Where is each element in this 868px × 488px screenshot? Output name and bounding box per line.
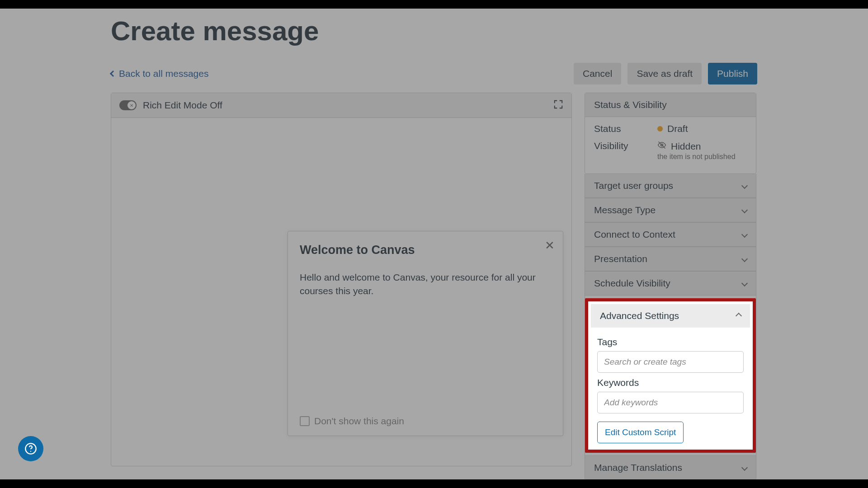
status-visibility-body: Status Draft Visibility bbox=[585, 117, 756, 174]
status-value-text: Draft bbox=[667, 123, 688, 134]
section-manage-translations[interactable]: Manage Translations bbox=[585, 455, 756, 479]
chevron-down-icon bbox=[741, 465, 748, 471]
help-fab[interactable] bbox=[18, 436, 43, 461]
message-preview-card: ✕ Welcome to Canvas Hello and welcome to… bbox=[288, 231, 563, 436]
section-label: Advanced Settings bbox=[600, 310, 679, 321]
chevron-down-icon bbox=[741, 183, 748, 189]
section-label: Presentation bbox=[594, 253, 647, 264]
section-connect-to-context[interactable]: Connect to Context bbox=[585, 222, 756, 247]
save-draft-button[interactable]: Save as draft bbox=[627, 63, 702, 84]
letterbox-top bbox=[0, 0, 868, 9]
editor-body[interactable]: ✕ Welcome to Canvas Hello and welcome to… bbox=[111, 118, 571, 466]
chevron-down-icon bbox=[741, 207, 748, 213]
section-label: Target user groups bbox=[594, 180, 673, 191]
content-wrap: Create message Back to all messages Canc… bbox=[111, 9, 757, 480]
chevron-up-icon bbox=[736, 313, 742, 319]
close-icon[interactable]: ✕ bbox=[545, 239, 555, 251]
section-target-user-groups[interactable]: Target user groups bbox=[585, 174, 756, 198]
section-message-type[interactable]: Message Type bbox=[585, 198, 756, 222]
collapsible-stack: Target user groups Message Type Connect … bbox=[585, 174, 756, 480]
action-buttons: Cancel Save as draft Publish bbox=[574, 63, 757, 84]
letterbox-bottom bbox=[0, 479, 868, 488]
dont-show-checkbox[interactable] bbox=[300, 416, 310, 426]
preview-title: Welcome to Canvas bbox=[300, 243, 551, 257]
preview-body: Hello and welcome to Canvas, your resour… bbox=[300, 271, 551, 298]
editor-mode-label: Rich Edit Mode Off bbox=[143, 100, 222, 111]
visibility-row: Visibility Hidden the item is not publis… bbox=[594, 141, 747, 161]
tags-input[interactable] bbox=[597, 351, 744, 373]
publish-button[interactable]: Publish bbox=[708, 63, 757, 84]
chevron-down-icon bbox=[741, 280, 748, 286]
sidebar: Status & Visibility Status Draft Visibil… bbox=[585, 93, 756, 480]
advanced-settings-body: Tags Keywords Edit Custom Script bbox=[591, 328, 750, 445]
back-link-label: Back to all messages bbox=[119, 68, 208, 79]
section-label: Message Type bbox=[594, 205, 656, 216]
status-value: Draft bbox=[657, 123, 688, 134]
action-row: Back to all messages Cancel Save as draf… bbox=[111, 63, 757, 84]
status-dot-icon bbox=[657, 126, 663, 131]
chevron-down-icon bbox=[741, 231, 748, 238]
preview-footer: Don't show this again bbox=[300, 416, 551, 427]
dont-show-label: Don't show this again bbox=[314, 416, 404, 427]
section-presentation[interactable]: Presentation bbox=[585, 247, 756, 271]
main-row: Rich Edit Mode Off ✕ Welcome to Canvas H… bbox=[111, 93, 757, 480]
status-visibility-header-label: Status & Visibility bbox=[594, 99, 667, 110]
keywords-input[interactable] bbox=[597, 392, 744, 413]
rich-edit-toggle[interactable] bbox=[119, 100, 137, 110]
page-title: Create message bbox=[111, 15, 757, 47]
keywords-label: Keywords bbox=[597, 377, 744, 388]
editor-panel: Rich Edit Mode Off ✕ Welcome to Canvas H… bbox=[111, 93, 572, 466]
status-visibility-section: Status & Visibility Status Draft Visibil… bbox=[585, 93, 756, 174]
editor-header-left: Rich Edit Mode Off bbox=[119, 100, 222, 111]
page-root: Create message Back to all messages Canc… bbox=[0, 9, 868, 479]
section-label: Schedule Visibility bbox=[594, 278, 670, 289]
visibility-sub: the item is not published bbox=[657, 153, 736, 161]
back-to-messages-link[interactable]: Back to all messages bbox=[111, 68, 208, 79]
chevron-down-icon bbox=[741, 256, 748, 262]
expand-icon[interactable] bbox=[553, 99, 563, 111]
section-advanced-settings[interactable]: Advanced Settings bbox=[591, 304, 750, 328]
status-row: Status Draft bbox=[594, 123, 747, 134]
edit-custom-script-button[interactable]: Edit Custom Script bbox=[597, 422, 684, 443]
tags-label: Tags bbox=[597, 337, 744, 347]
section-schedule-visibility[interactable]: Schedule Visibility bbox=[585, 271, 756, 296]
editor-header: Rich Edit Mode Off bbox=[111, 93, 571, 118]
section-label: Connect to Context bbox=[594, 229, 675, 240]
status-visibility-header[interactable]: Status & Visibility bbox=[585, 93, 756, 117]
status-label: Status bbox=[594, 123, 657, 134]
advanced-settings-highlight: Advanced Settings Tags Keywords Edit Cus… bbox=[585, 298, 756, 453]
svg-point-3 bbox=[30, 451, 31, 452]
visibility-value-text: Hidden bbox=[671, 141, 701, 152]
section-label: Manage Translations bbox=[594, 462, 682, 473]
eye-off-icon bbox=[657, 141, 666, 152]
visibility-label: Visibility bbox=[594, 141, 657, 151]
chevron-left-icon bbox=[110, 70, 116, 77]
visibility-value: Hidden bbox=[657, 141, 736, 152]
cancel-button[interactable]: Cancel bbox=[574, 63, 621, 84]
